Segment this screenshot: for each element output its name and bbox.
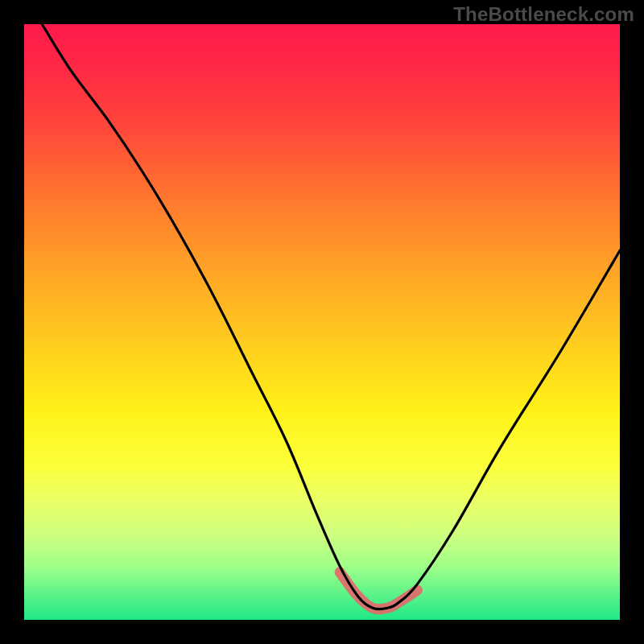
valley-highlight [340, 572, 417, 609]
plot-area [24, 24, 620, 620]
chart-frame: TheBottleneck.com [0, 0, 644, 644]
watermark-text: TheBottleneck.com [453, 3, 634, 26]
bottleneck-curve [42, 24, 620, 609]
chart-svg [24, 24, 620, 620]
